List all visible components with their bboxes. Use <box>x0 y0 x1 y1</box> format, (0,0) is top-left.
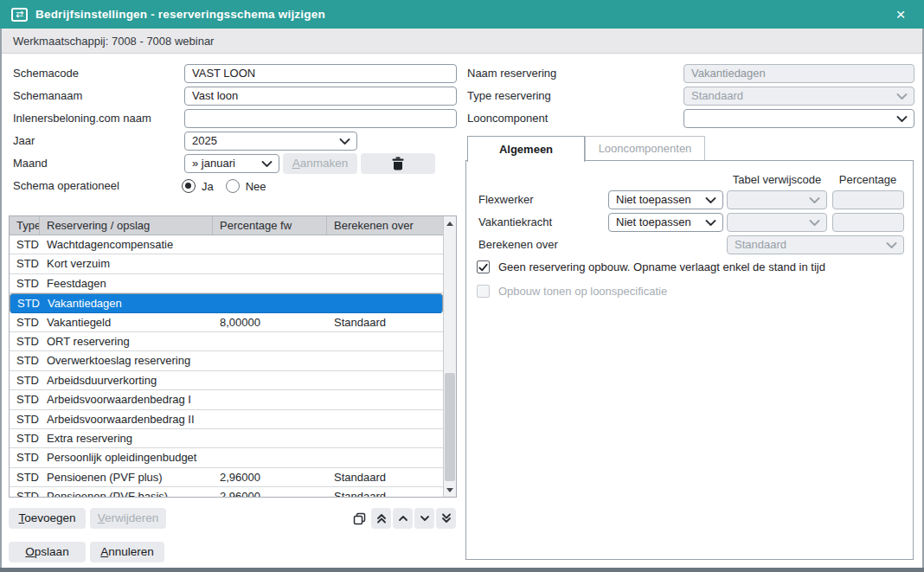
vakantiekracht-verwijscode-select <box>727 213 827 232</box>
col-header-reservering[interactable]: Reservering / opslag <box>40 216 213 235</box>
tab-looncomponenten[interactable]: Looncomponenten <box>585 136 705 161</box>
table-row[interactable]: STDVakantiegeld8,00000Standaard <box>10 313 443 332</box>
table-cell: Persoonlijk opleidingenbudget <box>47 448 196 466</box>
radio-nee-label: Nee <box>246 180 266 193</box>
maand-select[interactable]: » januari <box>184 154 279 173</box>
flexwerker-label: Flexwerker <box>478 190 534 209</box>
schemacode-input[interactable]: VAST LOON <box>184 64 457 83</box>
jaar-select[interactable]: 2025 <box>184 132 357 151</box>
geen-opbouw-checkbox[interactable] <box>477 260 490 273</box>
schemanaam-label: Schemanaam <box>13 87 82 106</box>
table-row[interactable]: STDArbeidsduurverkorting <box>10 371 443 390</box>
move-bottom-button[interactable] <box>436 508 456 529</box>
chevron-down-icon <box>705 197 716 204</box>
double-chevron-down-icon <box>441 513 452 524</box>
looncomponent-label: Looncomponent <box>467 109 548 128</box>
naam-reservering-input: Vakantiedagen <box>683 64 914 83</box>
table-cell: STD <box>17 294 40 312</box>
chevron-up-icon <box>398 515 408 522</box>
row-order-buttons <box>350 508 456 529</box>
jaar-select-value: 2025 <box>192 134 217 147</box>
move-top-button[interactable] <box>371 508 391 529</box>
table-cell: STD <box>16 410 39 428</box>
table-scrollbar[interactable] <box>443 216 456 497</box>
col-header-berekenen[interactable]: Berekenen over <box>327 216 443 235</box>
table-cell: Kort verzuim <box>47 254 110 273</box>
scroll-up-icon[interactable] <box>444 216 456 230</box>
move-down-button[interactable] <box>414 508 434 529</box>
col-header-type[interactable]: Type <box>10 216 40 235</box>
copy-button[interactable] <box>350 508 369 529</box>
tab-algemeen[interactable]: Algemeen <box>467 136 585 162</box>
geen-opbouw-row: Geen reservering opbouw. Opname verlaagt… <box>477 260 825 273</box>
table-row[interactable]: STDArbeidsvoorwaardenbedrag II <box>10 410 443 429</box>
maand-label: Maand <box>13 154 48 173</box>
table-cell: STD <box>16 468 39 486</box>
col-header-percentage[interactable]: Percentage fw <box>213 216 327 235</box>
berekenen-over-value: Standaard <box>735 238 786 251</box>
close-icon[interactable]: × <box>888 0 914 29</box>
inlenersbeloning-input[interactable] <box>184 109 457 128</box>
table-row[interactable]: STDFeestdagen <box>10 274 443 293</box>
scroll-down-icon[interactable] <box>444 483 456 497</box>
table-row[interactable]: STDPensioenen (PVF plus)2,96000Standaard <box>10 468 443 487</box>
table-row[interactable]: STDKort verzuim <box>10 254 443 273</box>
table-row[interactable]: STDPersoonlijk opleidingenbudget <box>10 448 443 467</box>
table-cell: Arbeidsduurverkorting <box>47 371 157 389</box>
geen-opbouw-label: Geen reservering opbouw. Opname verlaagt… <box>498 260 825 273</box>
opbouw-tonen-row: Opbouw tonen op loonspecificatie <box>477 285 667 298</box>
table-cell: STD <box>16 487 39 497</box>
table-row[interactable]: STDORT reservering <box>10 332 443 351</box>
opslaan-button[interactable]: Opslaan <box>9 542 86 562</box>
schemacode-label: Schemacode <box>13 64 79 83</box>
move-up-button[interactable] <box>393 508 413 529</box>
table-row[interactable]: STDArbeidsvoorwaardenbedrag I <box>10 390 443 409</box>
table-cell: STD <box>16 313 39 331</box>
operationeel-radio-group: Ja Nee <box>182 179 279 193</box>
table-cell: Vakantiegeld <box>47 313 111 331</box>
maand-select-value: » januari <box>192 157 235 170</box>
table-cell: Extra reservering <box>47 429 132 447</box>
chevron-down-icon <box>886 242 897 249</box>
schemanaam-input[interactable]: Vast loon <box>184 87 457 106</box>
table-cell: Feestdagen <box>47 274 106 292</box>
type-reservering-value: Standaard <box>691 89 743 102</box>
title-bar: ⇄ Bedrijfsinstellingen - reserveringssch… <box>0 0 924 29</box>
table-row[interactable]: STDPensioenen (PVF basis)2,96000Standaar… <box>10 487 443 497</box>
table-cell: Pensioenen (PVF basis) <box>47 487 168 497</box>
table-cell: Standaard <box>334 487 386 497</box>
table-cell: 2,96000 <box>220 468 260 486</box>
delete-month-button[interactable] <box>361 153 435 174</box>
window-border-bottom <box>0 568 924 572</box>
vakantiekracht-select[interactable]: Niet toepassen <box>608 213 723 232</box>
company-bar: Werkmaatschappij: 7008 - 7008 webinar <box>0 29 924 54</box>
annuleren-button[interactable]: Annuleren <box>90 542 164 562</box>
verwijderen-button[interactable]: Verwijderen <box>90 508 166 529</box>
table-cell: STD <box>16 254 39 273</box>
table-row[interactable]: STDExtra reservering <box>10 429 443 448</box>
reservations-table: Type Reservering / opslag Percentage fw … <box>9 215 457 498</box>
table-row[interactable]: STDVakantiedagen <box>10 293 443 312</box>
table-cell: STD <box>16 371 39 389</box>
opbouw-tonen-checkbox <box>477 285 490 298</box>
table-row[interactable]: STDWachtdagencompensatie <box>10 235 443 254</box>
radio-ja[interactable] <box>182 179 196 193</box>
table-cell: STD <box>16 429 39 447</box>
flexwerker-percentage-input <box>832 190 904 209</box>
radio-nee[interactable] <box>226 179 240 193</box>
berekenen-over-label: Berekenen over <box>478 235 558 254</box>
table-cell: Arbeidsvoorwaardenbedrag I <box>47 390 191 408</box>
looncomponent-select[interactable] <box>683 109 914 128</box>
table-row[interactable]: STDOverwerktoeslag reservering <box>10 351 443 370</box>
toevoegen-button[interactable]: Toevoegen <box>9 508 86 529</box>
flexwerker-value: Niet toepassen <box>616 193 691 206</box>
chevron-down-icon <box>809 220 820 227</box>
flexwerker-select[interactable]: Niet toepassen <box>608 190 723 209</box>
chevron-down-icon <box>896 93 908 100</box>
dialog-window: ⇄ Bedrijfsinstellingen - reserveringssch… <box>0 0 924 572</box>
chevron-down-icon <box>420 515 430 522</box>
scrollbar-thumb[interactable] <box>445 373 455 481</box>
table-cell: Standaard <box>334 468 386 486</box>
aanmaken-button[interactable]: Aanmaken <box>283 153 357 174</box>
table-cell: Vakantiedagen <box>48 294 122 312</box>
